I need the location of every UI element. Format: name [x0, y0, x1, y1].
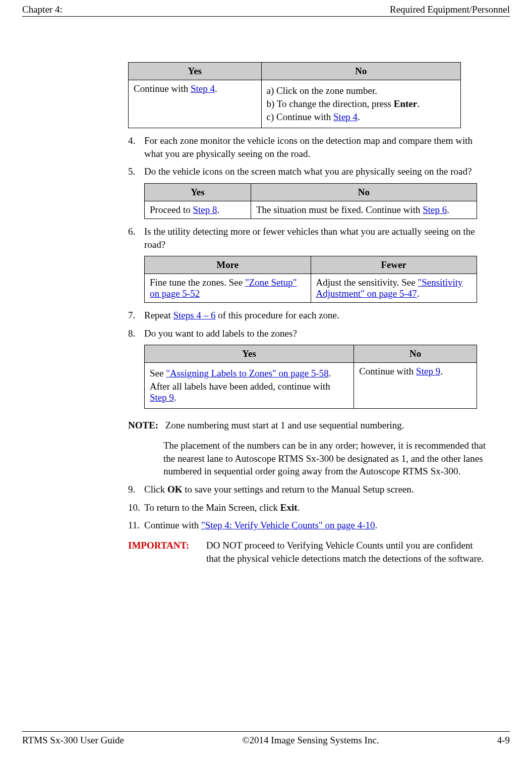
step-6: 6. Is the utility detecting more or fewe… — [128, 225, 489, 251]
link-steps-4-6[interactable]: Steps 4 – 6 — [173, 310, 216, 320]
table2-header-no: No — [251, 183, 477, 201]
step-4: 4. For each zone monitor the vehicle ico… — [128, 134, 489, 160]
table2-no-cell: The situation must be fixed. Continue wi… — [251, 201, 477, 219]
note-body-1: Zone numbering must start at 1 and use s… — [165, 419, 404, 432]
decision-table-1: Yes No Continue with Step 4. a) Click on… — [128, 62, 461, 128]
link-step8[interactable]: Step 8 — [193, 204, 217, 215]
table1-header-yes: Yes — [129, 63, 262, 80]
note-label: NOTE: — [128, 419, 158, 432]
important-body: DO NOT proceed to Verifying Vehicle Coun… — [206, 539, 489, 565]
page-footer: RTMS Sx-300 User Guide ©2014 Image Sensi… — [22, 731, 510, 746]
decision-table-4: Yes No See "Assigning Labels to Zones" o… — [144, 345, 477, 409]
table4-header-yes: Yes — [145, 345, 354, 363]
table1-yes-cell: Continue with Step 4. — [129, 80, 262, 128]
table2-header-yes: Yes — [145, 183, 251, 201]
table4-no-cell: Continue with Step 9. — [354, 363, 477, 409]
link-step9-b[interactable]: Step 9 — [416, 366, 440, 376]
decision-table-2: Yes No Proceed to Step 8. The situation … — [144, 183, 477, 219]
header-right: Required Equipment/Personnel — [390, 4, 510, 15]
table4-header-no: No — [354, 345, 477, 363]
table1-no-cell: a) Click on the zone number. b) To chang… — [261, 80, 460, 128]
footer-right: 4-9 — [497, 735, 510, 746]
table1-no-a: a) Click on the zone number. — [267, 85, 455, 96]
link-verify-counts[interactable]: "Step 4: Verify Vehicle Counts" on page … — [201, 520, 375, 530]
table2-yes-cell: Proceed to Step 8. — [145, 201, 251, 219]
page: Chapter 4: Required Equipment/Personnel … — [0, 0, 532, 758]
link-step4[interactable]: Step 4 — [191, 83, 215, 94]
table4-yes-cell: See "Assigning Labels to Zones" on page … — [145, 363, 354, 409]
step-5: 5. Do the vehicle icons on the screen ma… — [128, 165, 489, 178]
decision-table-3: More Fewer Fine tune the zones. See "Zon… — [144, 256, 477, 303]
table1-header-no: No — [261, 63, 460, 80]
table1-no-b: b) To change the direction, press Enter. — [267, 98, 455, 110]
note-block: NOTE: Zone numbering must start at 1 and… — [128, 419, 489, 432]
footer-center: ©2014 Image Sensing Systems Inc. — [242, 735, 379, 746]
table3-more-cell: Fine tune the zones. See "Zone Setup" on… — [145, 274, 311, 303]
step-11: 11. Continue with "Step 4: Verify Vehicl… — [128, 519, 489, 532]
table3-header-more: More — [145, 256, 311, 274]
table1-no-c: c) Continue with Step 4. — [267, 112, 455, 123]
step-7: 7. Repeat Steps 4 – 6 of this procedure … — [128, 309, 489, 322]
step-8: 8. Do you want to add labels to the zone… — [128, 327, 489, 340]
important-label: IMPORTANT: — [128, 539, 206, 565]
step-9: 9. Click OK to save your settings and re… — [128, 483, 489, 496]
table3-header-fewer: Fewer — [311, 256, 477, 274]
link-step6[interactable]: Step 6 — [423, 204, 447, 215]
link-step4-b[interactable]: Step 4 — [333, 112, 358, 122]
table3-fewer-cell: Adjust the sensitivity. See "Sensitivity… — [311, 274, 477, 303]
link-assigning-labels[interactable]: "Assigning Labels to Zones" on page 5-58 — [166, 368, 329, 378]
content-area: Yes No Continue with Step 4. a) Click on… — [128, 17, 489, 565]
note-body-2: The placement of the numbers can be in a… — [163, 439, 489, 478]
page-header: Chapter 4: Required Equipment/Personnel — [22, 4, 510, 17]
important-block: IMPORTANT: DO NOT proceed to Verifying V… — [128, 539, 489, 565]
footer-left: RTMS Sx-300 User Guide — [22, 735, 124, 746]
link-step9-a[interactable]: Step 9 — [150, 392, 174, 403]
header-left: Chapter 4: — [22, 4, 63, 15]
step-10: 10. To return to the Main Screen, click … — [128, 501, 489, 514]
